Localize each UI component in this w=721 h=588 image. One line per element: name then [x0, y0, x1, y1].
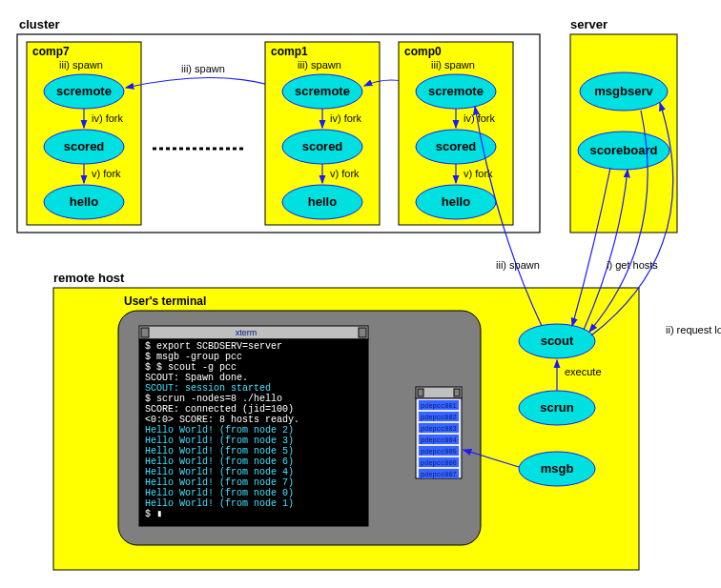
svg-rect-28	[454, 389, 460, 396]
spawn-label-mid: iii) spawn	[181, 63, 225, 74]
diagram-root: cluster comp7 iii) spawn scremote iv) fo…	[0, 0, 721, 588]
term-line-6: SCORE: connected (jid=100)	[145, 404, 294, 415]
svg-text:scremote: scremote	[428, 84, 484, 98]
terminal-sysmenu-icon[interactable]	[141, 328, 149, 337]
comp1-title: comp1	[271, 45, 308, 58]
term-line-4: SCOUT: session started	[145, 383, 271, 394]
spawn-label-c0: iii) spawn	[431, 59, 475, 71]
svg-text:scremote: scremote	[295, 84, 350, 98]
comp1-box: comp1 iii) spawn scremote iv) fork score…	[265, 42, 380, 225]
svg-text:pdepcc001: pdepcc001	[421, 402, 457, 410]
svg-text:scrun: scrun	[540, 400, 573, 415]
svg-text:pdepcc004: pdepcc004	[421, 436, 457, 444]
term-line-8: Hello World! (from node 2)	[145, 425, 294, 436]
term-line-14: Hello World! (from node 0)	[145, 488, 294, 498]
comp0-title: comp0	[404, 45, 442, 58]
term-line-16: $ ▮	[145, 509, 162, 519]
svg-text:scremote: scremote	[56, 84, 112, 98]
term-line-13: Hello World! (from node 7)	[145, 477, 294, 488]
svg-text:iv) fork: iv) fork	[464, 112, 496, 124]
svg-text:pdepcc006: pdepcc006	[421, 459, 457, 467]
server-label: server	[570, 17, 608, 31]
svg-text:iv) fork: iv) fork	[92, 112, 124, 124]
user-terminal-label: User's terminal	[124, 294, 206, 308]
msgb-palette[interactable]: pdepcc001 pdepcc002 pdepcc003 pdepcc004 …	[416, 387, 462, 478]
terminal-max-icon[interactable]	[359, 328, 366, 337]
spawn-label-c7: iii) spawn	[59, 59, 103, 71]
arrow-spawn-c1-c7	[126, 77, 284, 90]
svg-text:iv) fork: iv) fork	[330, 112, 362, 124]
svg-text:pdepcc003: pdepcc003	[421, 425, 457, 433]
svg-text:pdepcc002: pdepcc002	[421, 414, 457, 421]
spawn-label-c1: iii) spawn	[298, 59, 341, 71]
request-lock-label: ii) request lock	[666, 324, 721, 335]
term-line-2: $ $ scout -g pcc	[145, 362, 237, 373]
svg-text:msgb: msgb	[541, 461, 574, 476]
term-line-3: SCOUT: Spawn done.	[145, 373, 248, 383]
svg-text:v) fork: v) fork	[330, 168, 360, 179]
svg-text:hello: hello	[442, 194, 470, 209]
term-line-12: Hello World! (from node 4)	[145, 467, 294, 477]
comp7-box: comp7 iii) spawn scremote iv) fork score…	[27, 42, 141, 225]
svg-text:scored: scored	[302, 139, 343, 153]
terminal-title: xterm	[236, 328, 258, 337]
svg-text:scored: scored	[64, 139, 105, 153]
spawn-label-scout: iii) spawn	[496, 259, 540, 271]
term-line-5: $ scrun -nodes=8 ./hello	[145, 394, 282, 404]
term-line-10: Hello World! (from node 5)	[145, 446, 294, 456]
remote-host-label: remote host	[53, 271, 125, 285]
svg-text:scout: scout	[541, 334, 574, 348]
comp7-title: comp7	[32, 45, 70, 58]
term-line-11: Hello World! (from node 6)	[145, 456, 294, 467]
cluster-label: cluster	[19, 17, 60, 31]
svg-text:pdepcc005: pdepcc005	[421, 448, 457, 456]
svg-text:hello: hello	[308, 194, 337, 209]
term-line-15: Hello World! (from node 1)	[145, 498, 294, 509]
svg-text:v) fork: v) fork	[92, 168, 121, 179]
svg-text:hello: hello	[70, 194, 98, 209]
svg-text:msgbserv: msgbserv	[594, 84, 653, 98]
svg-rect-27	[418, 389, 423, 396]
term-line-9: Hello World! (from node 3)	[145, 436, 294, 446]
comp0-box: comp0 iii) spawn scremote iv) fork score…	[399, 42, 513, 225]
term-line-1: $ msgb -group pcc	[145, 352, 242, 362]
term-line-7: <0:0> SCORE: 8 hosts ready.	[145, 415, 299, 425]
svg-text:scored: scored	[436, 139, 477, 153]
svg-text:pdepcc007: pdepcc007	[421, 471, 457, 478]
execute-label: execute	[565, 366, 602, 377]
term-line-0: $ export SCBDSERV=server	[145, 341, 282, 352]
